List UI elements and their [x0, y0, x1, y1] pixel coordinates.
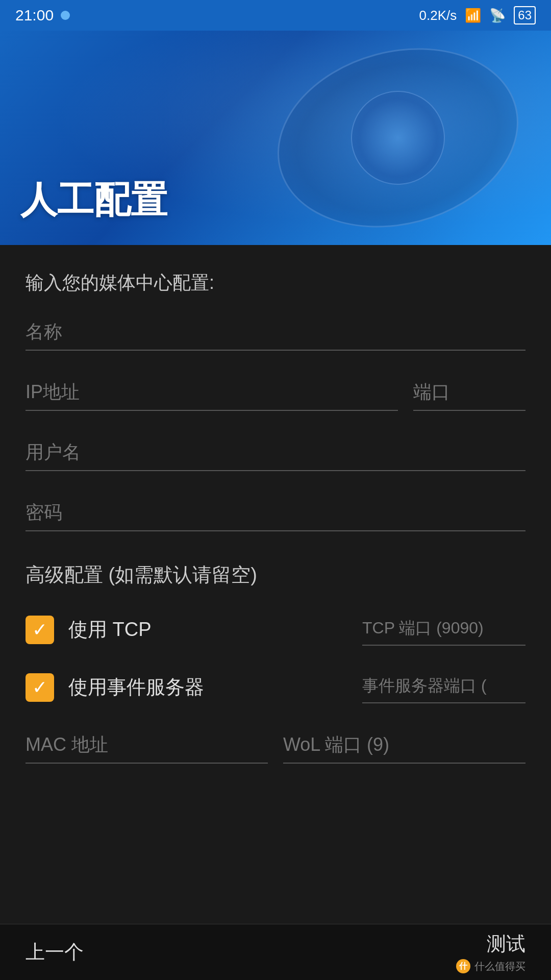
prev-button[interactable]: 上一个	[26, 939, 84, 965]
checkmark-icon-2: ✓	[32, 678, 47, 697]
password-input[interactable]	[26, 497, 525, 531]
status-time: 21:00	[15, 7, 54, 24]
status-left: 21:00	[15, 7, 70, 24]
name-field-group	[26, 316, 525, 351]
tcp-port-input[interactable]	[362, 614, 525, 646]
port-field-wrapper	[413, 376, 525, 411]
advanced-section: 高级配置 (如需默认请留空) ✓ 使用 TCP ✓ 使用事件服务器	[26, 562, 525, 764]
status-bar: 21:00 0.2K/s 📶 📡 63	[0, 0, 551, 31]
ip-port-row	[26, 376, 525, 411]
hero-banner: 人工配置	[0, 31, 551, 245]
battery-indicator: 63	[514, 6, 536, 24]
username-input[interactable]	[26, 436, 525, 471]
ip-field-wrapper	[26, 376, 398, 411]
watermark-dot-icon: 什	[456, 959, 470, 973]
use-tcp-checkbox[interactable]: ✓	[26, 616, 54, 644]
use-tcp-left: ✓ 使用 TCP	[26, 616, 152, 644]
test-button-group: 测试 什 什么值得买	[456, 931, 525, 973]
form-intro-label: 输入您的媒体中心配置:	[26, 271, 525, 296]
signal-icon: 📶	[465, 8, 481, 23]
use-event-server-label: 使用事件服务器	[68, 674, 204, 700]
battery-value: 63	[518, 8, 532, 22]
port-input[interactable]	[413, 376, 525, 411]
event-port-input[interactable]	[362, 671, 525, 703]
use-tcp-row: ✓ 使用 TCP	[26, 614, 525, 646]
test-button[interactable]: 测试	[487, 931, 525, 957]
bottom-navigation: 上一个 测试 什 什么值得买	[0, 924, 551, 980]
name-input[interactable]	[26, 316, 525, 351]
password-field-group	[26, 497, 525, 531]
watermark: 什 什么值得买	[456, 959, 525, 973]
form-section: 输入您的媒体中心配置:	[26, 271, 525, 531]
network-speed: 0.2K/s	[419, 8, 457, 23]
advanced-title: 高级配置 (如需默认请留空)	[26, 562, 525, 588]
use-tcp-label: 使用 TCP	[68, 617, 152, 643]
watermark-text: 什么值得买	[474, 960, 525, 973]
tcp-port-wrapper	[362, 614, 525, 646]
ip-address-input[interactable]	[26, 376, 398, 411]
event-port-wrapper	[362, 671, 525, 703]
status-dot-icon	[61, 11, 70, 20]
mac-wol-row	[26, 729, 525, 764]
main-content: 输入您的媒体中心配置: 高级配置 (如需默认请留空)	[0, 245, 551, 764]
checkmark-icon: ✓	[32, 621, 47, 639]
page-title: 人工配置	[20, 176, 167, 225]
mac-address-input[interactable]	[26, 729, 268, 764]
use-event-server-left: ✓ 使用事件服务器	[26, 673, 204, 702]
use-event-server-row: ✓ 使用事件服务器	[26, 671, 525, 703]
wol-port-input[interactable]	[283, 729, 525, 764]
status-right: 0.2K/s 📶 📡 63	[419, 6, 536, 24]
wol-field-wrapper	[283, 729, 525, 764]
use-event-server-checkbox[interactable]: ✓	[26, 673, 54, 702]
wifi-icon: 📡	[489, 8, 506, 23]
mac-field-wrapper	[26, 729, 268, 764]
username-field-group	[26, 436, 525, 471]
